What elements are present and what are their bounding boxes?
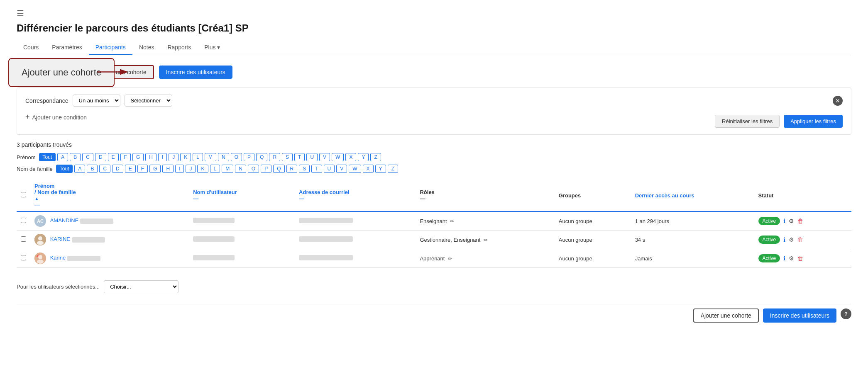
prenom-filter-l[interactable]: L <box>193 153 203 161</box>
row2-name[interactable]: KARINE <box>50 236 105 242</box>
tab-plus[interactable]: Plus ▾ <box>198 41 227 55</box>
nom-filter-t[interactable]: T <box>311 165 322 173</box>
prenom-filter-n[interactable]: N <box>218 153 229 161</box>
nom-filter-v[interactable]: V <box>336 165 347 173</box>
nom-filter-m[interactable]: M <box>222 165 233 173</box>
prenom-filter-c[interactable]: C <box>82 153 93 161</box>
nom-filter-p[interactable]: P <box>261 165 271 173</box>
row1-name[interactable]: AMANDINE <box>50 217 113 223</box>
help-button[interactable]: ? <box>841 308 851 319</box>
nom-filter-tout[interactable]: Tout <box>56 165 73 173</box>
th-roles-label: Rôles <box>420 189 434 195</box>
footer-enroll-button[interactable]: Inscrire des utilisateurs <box>763 308 836 323</box>
prenom-filter-q[interactable]: Q <box>256 153 267 161</box>
prenom-filter-g[interactable]: G <box>132 153 144 161</box>
nom-filter-l[interactable]: L <box>210 165 220 173</box>
nom-filter-r[interactable]: R <box>286 165 298 173</box>
footer-add-cohort-button[interactable]: Ajouter une cohorte <box>693 308 759 323</box>
nom-filter-e[interactable]: E <box>125 165 136 173</box>
row3-edit-role-icon[interactable]: ✏ <box>448 256 452 262</box>
add-condition[interactable]: + Ajouter une condition <box>25 113 87 121</box>
row3-checkbox-cell <box>17 249 30 268</box>
nom-alpha-filter: Nom de famille Tout A B C D E F G H I J … <box>17 165 851 173</box>
row3-info-icon[interactable]: ℹ <box>783 255 785 262</box>
nom-filter-i[interactable]: I <box>175 165 184 173</box>
correspondence-select[interactable]: Un au moins <box>73 95 120 107</box>
row1-edit-role-icon[interactable]: ✏ <box>450 219 454 224</box>
tab-rapports[interactable]: Rapports <box>161 41 198 55</box>
row1-delete-icon[interactable]: 🗑 <box>797 218 803 224</box>
prenom-filter-o[interactable]: O <box>231 153 242 161</box>
prenom-filter-h[interactable]: H <box>145 153 156 161</box>
bulk-action-select[interactable]: Choisir... <box>104 280 178 293</box>
prenom-filter-a[interactable]: A <box>57 153 68 161</box>
nom-filter-d[interactable]: D <box>112 165 123 173</box>
prenom-filter-p[interactable]: P <box>244 153 254 161</box>
nom-filter-s[interactable]: S <box>299 165 310 173</box>
prenom-filter-r[interactable]: R <box>269 153 280 161</box>
nom-filter-h[interactable]: H <box>162 165 174 173</box>
row1-checkbox[interactable] <box>21 218 26 223</box>
nom-filter-u[interactable]: U <box>324 165 335 173</box>
th-checkbox[interactable] <box>17 180 30 211</box>
select-all-checkbox[interactable] <box>21 192 26 197</box>
nom-filter-q[interactable]: Q <box>273 165 284 173</box>
nom-filter-j[interactable]: J <box>186 165 196 173</box>
nom-filter-y[interactable]: Y <box>375 165 386 173</box>
prenom-filter-z[interactable]: Z <box>370 153 381 161</box>
tab-notes[interactable]: Notes <box>132 41 161 55</box>
prenom-filter-tout[interactable]: Tout <box>39 153 56 161</box>
prenom-filter-w[interactable]: W <box>332 153 344 161</box>
filter-field-select[interactable]: Sélectionner <box>125 95 172 107</box>
prenom-filter-k[interactable]: K <box>180 153 191 161</box>
apply-filters-button[interactable]: Appliquer les filtres <box>784 115 843 128</box>
prenom-filter-m[interactable]: M <box>205 153 216 161</box>
nom-filter-n[interactable]: N <box>235 165 246 173</box>
prenom-filter-t[interactable]: T <box>294 153 305 161</box>
th-email[interactable]: Adresse de courriel — <box>295 180 416 211</box>
prenom-filter-y[interactable]: Y <box>358 153 369 161</box>
prenom-filter-u[interactable]: U <box>306 153 318 161</box>
row1-info-icon[interactable]: ℹ <box>783 218 785 224</box>
th-last-access[interactable]: Dernier accès au cours <box>631 180 754 211</box>
row3-checkbox[interactable] <box>21 255 26 260</box>
menu-icon[interactable]: ☰ <box>17 8 851 18</box>
nom-filter-w[interactable]: W <box>349 165 361 173</box>
tab-cours[interactable]: Cours <box>17 41 45 55</box>
prenom-filter-j[interactable]: J <box>169 153 178 161</box>
row3-name[interactable]: Karine <box>50 255 100 261</box>
row2-info-icon[interactable]: ℹ <box>783 236 785 243</box>
row3-delete-icon[interactable]: 🗑 <box>797 255 803 262</box>
prenom-filter-f[interactable]: F <box>120 153 131 161</box>
th-name[interactable]: Prénom/ Nom de famille ▲ — <box>30 180 189 211</box>
nom-filter-z[interactable]: Z <box>388 165 398 173</box>
row2-delete-icon[interactable]: 🗑 <box>797 236 803 243</box>
nom-filter-x[interactable]: X <box>363 165 374 173</box>
prenom-filter-e[interactable]: E <box>108 153 119 161</box>
reset-filters-button[interactable]: Réinitialiser les filtres <box>715 115 780 128</box>
row2-checkbox[interactable] <box>21 236 26 242</box>
row3-gear-icon[interactable]: ⚙ <box>789 255 794 262</box>
nom-filter-o[interactable]: O <box>248 165 259 173</box>
prenom-filter-i[interactable]: I <box>158 153 167 161</box>
prenom-filter-s[interactable]: S <box>282 153 293 161</box>
row2-gear-icon[interactable]: ⚙ <box>789 236 794 243</box>
tab-parametres[interactable]: Paramètres <box>45 41 88 55</box>
tab-participants[interactable]: Participants <box>89 41 132 55</box>
nom-filter-k[interactable]: K <box>197 165 208 173</box>
nom-filter-f[interactable]: F <box>137 165 148 173</box>
filter-close-button[interactable]: ✕ <box>833 96 843 106</box>
nom-filter-c[interactable]: C <box>99 165 110 173</box>
row1-gear-icon[interactable]: ⚙ <box>789 218 794 224</box>
enroll-users-button[interactable]: Inscrire des utilisateurs <box>159 66 232 79</box>
nom-filter-a[interactable]: A <box>74 165 85 173</box>
row2-edit-role-icon[interactable]: ✏ <box>484 237 488 243</box>
prenom-filter-v[interactable]: V <box>319 153 330 161</box>
row2-groups-cell: Aucun groupe <box>555 231 631 249</box>
prenom-filter-x[interactable]: X <box>345 153 356 161</box>
nom-filter-b[interactable]: B <box>87 165 98 173</box>
th-username[interactable]: Nom d'utilisateur — <box>189 180 295 211</box>
prenom-filter-b[interactable]: B <box>70 153 81 161</box>
prenom-filter-d[interactable]: D <box>95 153 106 161</box>
nom-filter-g[interactable]: G <box>149 165 161 173</box>
